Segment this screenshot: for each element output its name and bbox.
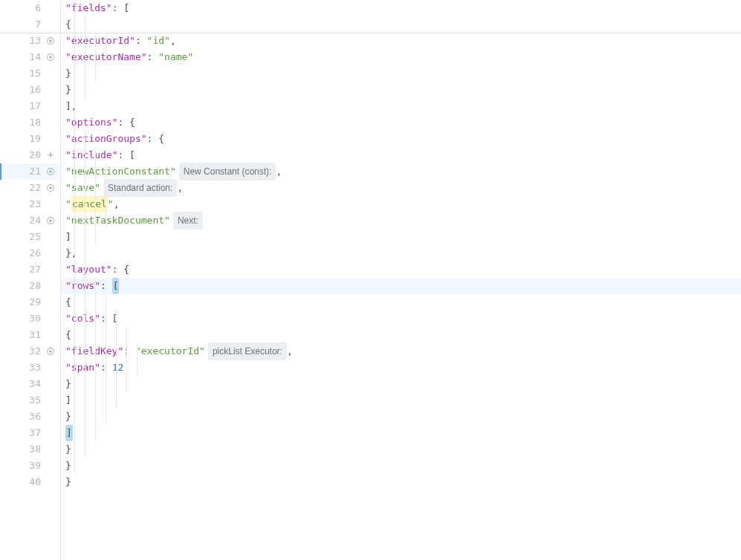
svg-point-9 — [50, 220, 52, 222]
line-number[interactable]: 36 — [0, 408, 60, 425]
line-number[interactable]: 7 — [0, 16, 60, 33]
code-line[interactable]: }, — [61, 245, 741, 261]
code-line[interactable]: } — [61, 441, 741, 458]
svg-point-1 — [50, 40, 52, 42]
line-number[interactable]: 35 — [0, 392, 60, 408]
line-number[interactable]: 32 — [0, 343, 60, 359]
line-number[interactable]: 24 — [0, 212, 60, 229]
codelens-icon[interactable] — [45, 36, 56, 46]
code-line[interactable]: "cancel", — [61, 196, 741, 212]
code-line[interactable]: { — [61, 327, 741, 343]
line-number[interactable]: 23 — [0, 196, 60, 212]
code-line[interactable]: ] — [61, 229, 741, 245]
codelens-icon[interactable] — [45, 52, 56, 62]
line-number[interactable]: 20+ — [0, 147, 60, 163]
gutter: 6 7 13 14 15 16 17 18 19 20+ 21 22 23 24… — [0, 0, 61, 560]
line-number[interactable]: 14 — [0, 49, 60, 65]
line-numbers: 6 7 13 14 15 16 17 18 19 20+ 21 22 23 24… — [0, 0, 60, 490]
code-line[interactable]: } — [61, 408, 741, 425]
line-number[interactable]: 33 — [0, 359, 60, 376]
fold-separator — [0, 33, 741, 33]
code-line[interactable]: } — [61, 474, 741, 490]
line-number[interactable]: 19 — [0, 131, 60, 147]
line-number[interactable]: 16 — [0, 82, 60, 98]
svg-point-3 — [50, 56, 52, 59]
line-number[interactable]: 25 — [0, 229, 60, 245]
line-number[interactable]: 18 — [0, 114, 60, 131]
code-line[interactable]: ] — [61, 425, 741, 441]
line-number[interactable]: 21 — [0, 163, 60, 180]
code-line[interactable]: "executorId": "id", — [61, 33, 741, 49]
line-number[interactable]: 37 — [0, 425, 60, 441]
svg-point-7 — [50, 187, 52, 189]
codelens-icon[interactable] — [45, 346, 56, 356]
code-line[interactable]: "executorName": "name" — [61, 49, 741, 65]
code-line[interactable]: "fields": [ — [61, 0, 741, 16]
line-number[interactable]: 13 — [0, 33, 60, 49]
code-line[interactable]: } — [61, 458, 741, 474]
line-number[interactable]: 6 — [0, 0, 60, 16]
inlay-hint: New Constant (const): — [179, 163, 276, 180]
line-number[interactable]: 27 — [0, 261, 60, 278]
line-number[interactable]: 38 — [0, 441, 60, 458]
code-line[interactable]: } — [61, 65, 741, 82]
inlay-hint: pickList Executor: — [208, 342, 287, 360]
code-content[interactable]: "fields": [ { "executorId": "id", "execu… — [61, 0, 741, 560]
code-line[interactable]: "newActionConstant"New Constant (const):… — [61, 163, 741, 180]
code-line[interactable]: "options": { — [61, 114, 741, 131]
svg-point-5 — [50, 171, 52, 173]
bracket-match-icon: ] — [65, 425, 73, 441]
codelens-icon[interactable] — [45, 166, 56, 177]
code-line[interactable]: "layout": { — [61, 261, 741, 278]
code-line[interactable]: "cols": [ — [61, 310, 741, 327]
line-number[interactable]: 31 — [0, 327, 60, 343]
code-line[interactable]: { — [61, 16, 741, 33]
line-number[interactable]: 39 — [0, 458, 60, 474]
svg-point-11 — [50, 351, 52, 353]
code-line[interactable]: ], — [61, 98, 741, 114]
line-number[interactable]: 26 — [0, 245, 60, 261]
line-number[interactable]: 17 — [0, 98, 60, 114]
add-icon[interactable]: + — [45, 147, 56, 163]
code-line[interactable]: "save"Standard action: , — [61, 180, 741, 196]
line-number[interactable]: 15 — [0, 65, 60, 82]
code-line[interactable]: } — [61, 376, 741, 392]
code-line[interactable]: { — [61, 294, 741, 310]
code-line[interactable]: ] — [61, 392, 741, 408]
line-number[interactable]: 34 — [0, 376, 60, 392]
bracket-match-icon: [ — [112, 278, 120, 294]
code-line[interactable]: "nextTaskDocument"Next: — [61, 212, 741, 229]
code-line[interactable]: "span": 12 — [61, 359, 741, 376]
line-number[interactable]: 40 — [0, 474, 60, 490]
line-number[interactable]: 30 — [0, 310, 60, 327]
line-number[interactable]: 28 — [0, 278, 60, 294]
code-editor: 6 7 13 14 15 16 17 18 19 20+ 21 22 23 24… — [0, 0, 741, 560]
codelens-icon[interactable] — [45, 183, 56, 193]
code-line[interactable]: "actionGroups": { — [61, 131, 741, 147]
inlay-hint: Standard action: — [103, 179, 177, 197]
code-line[interactable]: "fieldKey": "executorId"pickList Executo… — [61, 343, 741, 359]
line-number[interactable]: 29 — [0, 294, 60, 310]
code-line[interactable]: } — [61, 82, 741, 98]
code-line-current[interactable]: "rows": [ — [61, 278, 741, 294]
code-line[interactable]: "include": [ — [61, 147, 741, 163]
line-number[interactable]: 22 — [0, 180, 60, 196]
inlay-hint: Next: — [173, 212, 203, 229]
codelens-icon[interactable] — [45, 215, 56, 226]
search-match: cancel — [71, 196, 108, 212]
